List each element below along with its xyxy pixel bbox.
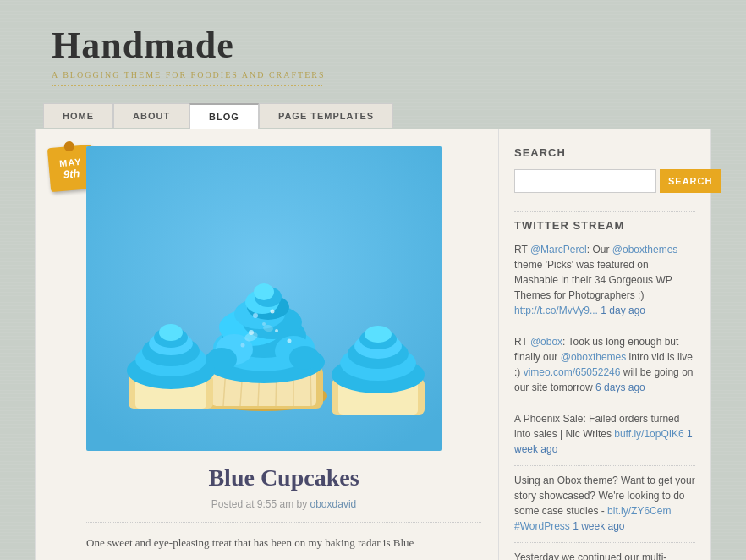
search-heading: SEARCH bbox=[514, 146, 695, 159]
tweet-divider-3 bbox=[514, 465, 695, 466]
tweet-2: RT @obox: Took us long enough but finall… bbox=[514, 334, 695, 395]
tweet-1-link[interactable]: http://t.co/MvVy9... bbox=[514, 305, 598, 316]
search-section: SEARCH SeaRCH bbox=[514, 146, 695, 193]
search-input[interactable] bbox=[514, 169, 656, 193]
nav-link-about[interactable]: ABOUT bbox=[113, 103, 189, 128]
post-meta-posted: Posted at 9:55 am by bbox=[211, 498, 307, 510]
tweet-4: Using an Obox theme? Want to get your st… bbox=[514, 473, 695, 534]
twitter-section: TWITTER STREAM RT @MarcPerel: Our @oboxt… bbox=[514, 219, 695, 560]
tweet-1-user1[interactable]: @MarcPerel bbox=[530, 244, 587, 255]
main-content: MAY 9th bbox=[35, 129, 711, 560]
sidebar: SEARCH SeaRCH TWITTER STREAM RT @MarcPer… bbox=[499, 129, 710, 560]
post-excerpt: One sweet and eye-pleasing treat that ha… bbox=[86, 535, 481, 552]
post-image-container bbox=[86, 146, 442, 451]
svg-point-28 bbox=[275, 329, 278, 332]
svg-point-25 bbox=[271, 310, 275, 314]
tweet-4-link[interactable]: bit.ly/ZY6Cem bbox=[607, 505, 671, 517]
svg-point-26 bbox=[262, 322, 266, 326]
nav-list: HOME ABOUT BLOG PAGE TEMPLATES bbox=[35, 103, 711, 129]
svg-point-46 bbox=[365, 326, 392, 343]
post-meta: Posted at 9:55 am by oboxdavid bbox=[86, 498, 481, 510]
site-title: Handmade bbox=[52, 24, 711, 67]
nav-item-page-templates[interactable]: PAGE TEMPLATES bbox=[259, 103, 393, 129]
tweet-4-time: 1 week ago bbox=[573, 520, 624, 532]
tweet-5: Yesterday we continued our multi-purpose… bbox=[514, 550, 695, 560]
tweet-3-link[interactable]: buff.ly/1opQIK6 bbox=[614, 428, 684, 440]
search-button[interactable]: SeaRCH bbox=[660, 169, 721, 193]
tweet-divider-4 bbox=[514, 542, 695, 543]
svg-point-38 bbox=[159, 324, 183, 341]
tweet-1-user2[interactable]: @oboxthemes bbox=[612, 244, 678, 255]
tweet-2-user2[interactable]: @oboxthemes bbox=[561, 351, 627, 363]
svg-point-30 bbox=[288, 339, 292, 343]
nav-item-blog[interactable]: BLOG bbox=[189, 103, 259, 129]
site-nav: HOME ABOUT BLOG PAGE TEMPLATES bbox=[35, 103, 711, 129]
sidebar-divider-1 bbox=[514, 211, 695, 212]
site-header: Handmade A Blogging Theme for Foodies an… bbox=[35, 0, 711, 95]
site-tagline: A Blogging Theme for Foodies and Crafter… bbox=[52, 70, 711, 80]
nav-link-home[interactable]: HOME bbox=[43, 103, 113, 128]
post-title: Blue Cupcakes bbox=[86, 464, 481, 491]
tweet-2-link[interactable]: vimeo.com/65052246 bbox=[524, 366, 621, 378]
search-form: SeaRCH bbox=[514, 169, 695, 193]
tweet-1-time: 1 day ago bbox=[601, 305, 645, 316]
tweet-2-time: 6 days ago bbox=[595, 382, 645, 393]
tweet-3: A Phoenix Sale: Failed orders turned int… bbox=[514, 411, 695, 457]
tweet-4-hashtag[interactable]: #WordPress bbox=[514, 520, 570, 532]
nav-item-about[interactable]: ABOUT bbox=[113, 103, 189, 129]
svg-point-24 bbox=[253, 313, 258, 318]
twitter-heading: TWITTER STREAM bbox=[514, 219, 695, 232]
badge-day: 9th bbox=[63, 167, 80, 181]
tweet-divider-1 bbox=[514, 327, 695, 327]
tweet-2-user1[interactable]: @obox bbox=[530, 336, 562, 348]
svg-point-23 bbox=[289, 346, 320, 370]
nav-link-blog[interactable]: BLOG bbox=[189, 103, 259, 129]
svg-point-19 bbox=[254, 283, 274, 300]
nav-link-page-templates[interactable]: PAGE TEMPLATES bbox=[259, 103, 393, 128]
tweet-divider-2 bbox=[514, 404, 695, 404]
post-image bbox=[86, 146, 442, 451]
tweet-1: RT @MarcPerel: Our @oboxthemes theme 'Pi… bbox=[514, 242, 695, 318]
post-divider bbox=[86, 522, 481, 523]
svg-point-29 bbox=[241, 343, 245, 348]
post-author-link[interactable]: oboxdavid bbox=[310, 498, 357, 510]
tagline-divider bbox=[52, 85, 322, 86]
post-area: MAY 9th bbox=[36, 129, 499, 560]
nav-item-home[interactable]: HOME bbox=[43, 103, 113, 129]
